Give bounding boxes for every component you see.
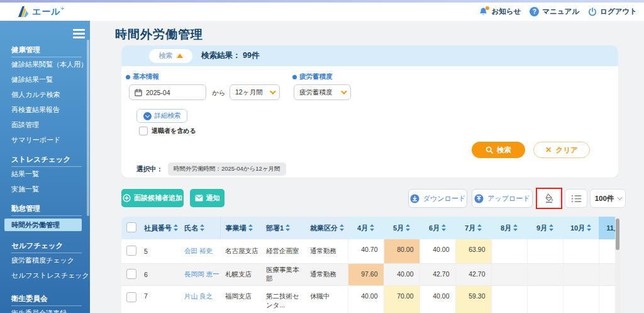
sidebar-item[interactable]: 結果一覧: [11, 167, 82, 182]
cell-employee-id: 7: [142, 285, 179, 313]
upload-button[interactable]: アップロード: [472, 189, 533, 208]
column-header[interactable]: 事業場: [220, 217, 261, 239]
notification-badge: [486, 6, 489, 10]
sidebar-item[interactable]: 面談管理: [11, 118, 82, 133]
row-checkbox[interactable]: [126, 269, 136, 279]
logout-button[interactable]: ログアウト: [588, 7, 637, 16]
column-header-month[interactable]: 4月: [348, 217, 384, 239]
main-content: 時間外労働管理 検索 検索結果： 99件 基本情報 疲労蓄積度 2025-04 …: [90, 21, 644, 313]
column-header-month[interactable]: 7月: [455, 217, 491, 239]
search-button[interactable]: 検索: [472, 142, 525, 158]
cell-month-value: [563, 285, 599, 313]
search-result-count: 検索結果： 99件: [201, 50, 259, 61]
cell-month-value: [527, 263, 563, 285]
sort-icon: [248, 224, 253, 231]
sidebar-item[interactable]: 疲労蓄積度チェック: [11, 253, 82, 268]
menu-icon[interactable]: [73, 29, 85, 40]
cell-month-value: 97.60: [348, 263, 384, 285]
row-checkbox[interactable]: [126, 292, 136, 302]
sidebar: 健康管理健診結果閲覧（本人用）健診結果一覧個人カルテ検索再検査結果報告面談管理サ…: [0, 21, 90, 313]
logo-mark-icon: [18, 6, 30, 18]
manual-button[interactable]: ? マニュアル: [530, 7, 579, 16]
notify-button[interactable]: 通知: [190, 189, 225, 207]
sidebar-section-title: 健康管理: [11, 46, 82, 57]
column-header[interactable]: 就業区分: [305, 217, 348, 239]
include-retired-checkbox[interactable]: [139, 127, 148, 135]
month-input[interactable]: 2025-04: [129, 84, 206, 100]
include-retired-label: 退職者を含める: [152, 127, 196, 135]
sidebar-item[interactable]: 健診結果閲覧（本人用）: [11, 57, 82, 72]
column-header-month[interactable]: 6月: [419, 217, 455, 239]
notifications-button[interactable]: お知らせ: [479, 7, 521, 16]
table-scrollbar-thumb[interactable]: [616, 219, 619, 250]
sort-icon: [587, 224, 591, 231]
select-all-checkbox-cell: [121, 217, 142, 239]
sidebar-item[interactable]: サマリーボード: [11, 133, 82, 148]
employee-name-link[interactable]: 片山 良之: [184, 292, 213, 300]
sidebar-item[interactable]: 時間外労働管理: [4, 219, 82, 231]
table-scrollbar[interactable]: [615, 217, 620, 313]
column-header-month[interactable]: 5月: [384, 217, 419, 239]
select-all-checkbox[interactable]: [126, 222, 136, 232]
cell-work-status: 通常勤務: [305, 263, 348, 285]
collapse-arrow-icon: [177, 54, 183, 58]
sort-icon: [441, 224, 446, 231]
column-header-month[interactable]: 11月: [599, 217, 615, 239]
search-panel: 検索 検索結果： 99件 基本情報 疲労蓄積度 2025-04 から 12ヶ月間: [121, 45, 618, 178]
results-table: 社員番号氏名事業場部署1就業区分4月5月6月7月8月9月10月11月5会田 裕史…: [121, 217, 615, 313]
logo-text: エール+: [32, 6, 65, 18]
cell-month-value: 63.90: [455, 239, 491, 263]
cell-office: 名古屋支店: [220, 239, 261, 263]
detail-search-button[interactable]: 詳細検索: [136, 109, 187, 123]
cell-month-value: [527, 285, 563, 313]
cell-office: 福岡支店: [220, 285, 261, 313]
column-header[interactable]: 社員番号: [142, 217, 179, 239]
employee-name-link[interactable]: 長岡岡 恵一: [184, 270, 219, 278]
sidebar-item[interactable]: 実施一覧: [11, 182, 82, 197]
column-header[interactable]: 氏名: [179, 217, 220, 239]
list-view-button[interactable]: [565, 189, 587, 208]
row-checkbox[interactable]: [126, 246, 136, 256]
column-header-month[interactable]: 8月: [491, 217, 527, 239]
bell-icon: [479, 7, 488, 16]
bullet-icon: [292, 75, 297, 79]
page-size-select[interactable]: 100件: [590, 189, 626, 208]
cell-employee-id: 5: [142, 239, 179, 263]
sort-icon: [477, 224, 482, 231]
search-collapse-button[interactable]: 検索: [149, 49, 192, 63]
download-icon: [410, 194, 419, 203]
sidebar-scrollbar[interactable]: [87, 40, 89, 216]
row-checkbox-cell: [121, 285, 142, 313]
cell-month-value: [563, 263, 599, 285]
calendar-icon: [135, 89, 142, 96]
sort-icon: [340, 224, 344, 231]
add-interview-candidate-button[interactable]: 面談候補者追加: [121, 189, 184, 207]
fatigue-select[interactable]: 疲労蓄積度: [294, 84, 351, 100]
selected-filter-pill: 時間外労働時間：2025-04から12ヶ月間: [168, 162, 286, 176]
power-icon: [588, 8, 597, 16]
app-logo[interactable]: エール+: [18, 6, 65, 18]
sidebar-item[interactable]: セルフストレスチェック: [11, 268, 82, 283]
cell-month-value: 40.00: [384, 263, 419, 285]
column-header-month[interactable]: 9月: [527, 217, 563, 239]
sidebar-item[interactable]: 健診結果一覧: [11, 72, 82, 88]
column-header[interactable]: 部署1: [261, 217, 305, 239]
period-select[interactable]: 12ヶ月間: [230, 84, 280, 100]
bullet-icon: [126, 75, 130, 79]
sidebar-item[interactable]: 衛生委員会議事録: [11, 306, 82, 313]
app-root: エール+ お知らせ ? マニュアル ログアウト: [0, 0, 644, 313]
sidebar-item[interactable]: 再検査結果報告: [11, 103, 82, 118]
fatigue-label: 疲労蓄積度: [292, 72, 333, 81]
column-header-month[interactable]: 10月: [563, 217, 599, 239]
top-header: エール+ お知らせ ? マニュアル ログアウト: [0, 0, 644, 21]
download-button[interactable]: ダウンロード: [408, 189, 467, 208]
table-row: 5会田 裕史名古屋支店経営企画室通常勤務40.7080.0040.0063.90: [121, 239, 615, 263]
employee-name-link[interactable]: 会田 裕史: [184, 247, 213, 254]
sidebar-item[interactable]: 個人カルテ検索: [11, 88, 82, 103]
clear-button[interactable]: ✕ クリア: [533, 142, 590, 158]
sort-icon: [513, 224, 518, 231]
fill-color-button[interactable]: [538, 189, 560, 208]
cell-office: 札幌支店: [220, 263, 261, 285]
cell-month-value: [491, 263, 527, 285]
cell-name: 会田 裕史: [179, 239, 220, 263]
